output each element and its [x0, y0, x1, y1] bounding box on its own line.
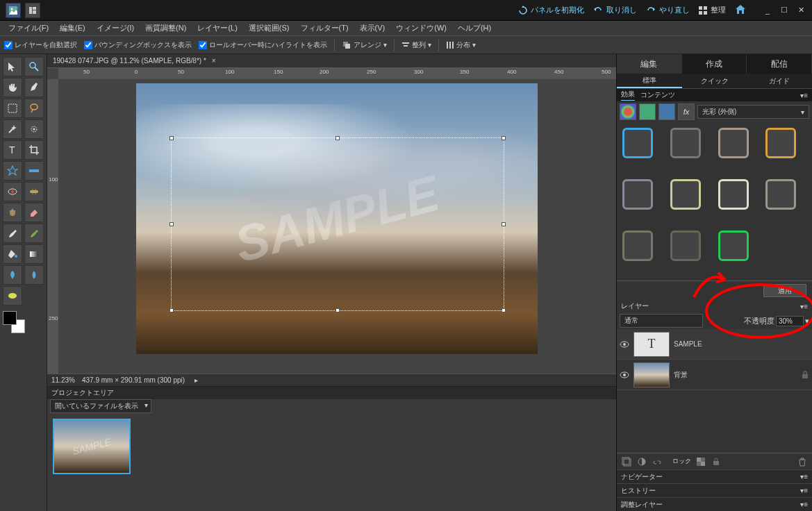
smart-brush-tool[interactable] [24, 224, 44, 243]
handle-top-right[interactable] [502, 136, 506, 140]
brush-tool[interactable] [3, 224, 22, 243]
effects-tab[interactable]: 効果 [621, 90, 635, 101]
type-tool[interactable]: T [3, 140, 22, 160]
cookie-cutter-tool[interactable] [3, 161, 22, 181]
paint-bucket-tool[interactable] [3, 244, 22, 264]
eyedropper-tool[interactable] [24, 78, 44, 97]
maximize-button[interactable]: ☐ [779, 5, 790, 16]
crop-tool[interactable] [24, 140, 44, 160]
lock-transparent-icon[interactable] [695, 456, 706, 467]
zoom-level[interactable]: 11.23% [51, 376, 75, 384]
transform-bounding-box[interactable] [171, 137, 504, 311]
fx-all-icon[interactable]: fx [678, 103, 695, 120]
handle-bot-left[interactable] [169, 308, 174, 312]
close-tab-icon[interactable]: × [212, 57, 216, 65]
document-tab[interactable]: 190428 0747.JPG @ 11.2% (SAMPLE, RGB/8*)… [47, 54, 616, 68]
menu-window[interactable]: ウィンドウ(W) [392, 22, 451, 35]
effect-swatch[interactable] [670, 128, 701, 158]
effect-swatch[interactable] [718, 128, 749, 158]
delete-layer-icon[interactable] [797, 456, 808, 467]
project-bin-thumbnail[interactable] [53, 419, 131, 474]
layer-name[interactable]: 背景 [674, 370, 688, 380]
show-bounding-box-checkbox[interactable]: バウンディングボックスを表示 [84, 40, 192, 50]
minimize-button[interactable]: _ [762, 5, 773, 16]
marquee-tool[interactable] [3, 99, 22, 118]
menu-select[interactable]: 選択範囲(S) [245, 22, 294, 35]
lasso-tool[interactable] [24, 99, 44, 118]
effect-swatch[interactable] [765, 179, 796, 210]
effect-swatch[interactable] [670, 179, 701, 210]
hand-tool[interactable] [3, 78, 22, 97]
effect-swatch[interactable] [622, 128, 653, 158]
home-icon[interactable] [734, 3, 747, 17]
undo-button[interactable]: 取り消し [593, 5, 637, 15]
fx-styles-icon[interactable] [639, 103, 656, 120]
new-layer-icon[interactable] [621, 456, 632, 467]
handle-bot-right[interactable] [502, 308, 506, 312]
blend-mode-dropdown[interactable]: 通常 [620, 314, 703, 328]
color-swatches[interactable] [3, 311, 28, 336]
foreground-color[interactable] [3, 311, 17, 325]
arrange-dropdown[interactable]: アレンジ ▾ [342, 40, 387, 50]
mode-create[interactable]: 作成 [682, 54, 747, 74]
redo-button[interactable]: やり直し [645, 5, 690, 15]
shape-tool[interactable] [3, 265, 22, 285]
menu-enhance[interactable]: 画質調整(N) [141, 22, 190, 35]
handle-top-left[interactable] [169, 136, 174, 140]
eraser-tool[interactable] [24, 203, 44, 222]
navigator-panel-collapsed[interactable]: ナビゲーター▾≡ [617, 469, 812, 483]
move-tool[interactable] [3, 57, 22, 76]
distribute-dropdown[interactable]: 分布 ▾ [446, 40, 476, 50]
fx-filters-icon[interactable] [620, 103, 636, 120]
magic-wand-tool[interactable] [3, 119, 22, 139]
handle-bot-mid[interactable] [335, 308, 340, 312]
reset-panels-button[interactable]: パネルを初期化 [518, 5, 584, 15]
layout-menu[interactable] [25, 3, 40, 18]
blur-tool[interactable] [24, 265, 44, 285]
submode-quick[interactable]: クイック [682, 74, 747, 88]
visibility-icon[interactable] [620, 340, 629, 349]
rollover-highlight-checkbox[interactable]: ロールオーバー時にハイライトを表示 [199, 40, 327, 50]
submode-guided[interactable]: ガイド [747, 74, 812, 88]
layer-thumbnail[interactable]: T [633, 332, 670, 357]
effect-swatch[interactable] [718, 231, 749, 261]
auto-select-layer-checkbox[interactable]: レイヤーを自動選択 [4, 40, 77, 50]
menu-image[interactable]: イメージ(I) [92, 22, 138, 35]
menu-edit[interactable]: 編集(E) [56, 22, 90, 35]
panel-menu-icon[interactable]: ▾≡ [800, 303, 808, 310]
document-image[interactable] [136, 83, 538, 354]
effect-swatch[interactable] [622, 179, 653, 210]
adjustment-layer-icon[interactable] [636, 456, 647, 467]
opacity-dropdown-icon[interactable]: ▾ [805, 317, 809, 326]
mode-edit[interactable]: 編集 [617, 54, 682, 74]
zoom-tool[interactable] [24, 57, 44, 76]
fx-category-dropdown[interactable]: 光彩 (外側)▾ [697, 105, 809, 119]
submode-standard[interactable]: 標準 [617, 74, 682, 88]
clone-stamp-tool[interactable] [3, 203, 22, 222]
fx-photo-icon[interactable] [658, 103, 675, 120]
align-dropdown[interactable]: 整列 ▾ [401, 40, 431, 50]
apply-button[interactable]: 適用 [763, 284, 806, 297]
visibility-icon[interactable] [620, 370, 629, 380]
effect-swatch[interactable] [718, 179, 749, 210]
lock-all-icon[interactable] [711, 456, 722, 467]
menu-filter[interactable]: フィルター(T) [297, 22, 353, 35]
canvas-viewport[interactable] [58, 79, 616, 374]
straighten-tool[interactable] [24, 161, 44, 181]
project-bin-filter[interactable]: 開いているファイルを表示 ▾ [50, 399, 151, 413]
healing-brush-tool[interactable] [24, 182, 44, 201]
quick-selection-tool[interactable] [24, 119, 44, 139]
mode-share[interactable]: 配信 [747, 54, 812, 74]
effect-swatch[interactable] [670, 231, 701, 261]
close-button[interactable]: ✕ [795, 5, 806, 16]
handle-mid-right[interactable] [502, 222, 506, 226]
layer-row[interactable]: 背景 [617, 360, 812, 390]
layer-thumbnail[interactable] [633, 362, 670, 387]
red-eye-tool[interactable] [3, 182, 22, 201]
sponge-tool[interactable] [3, 286, 22, 305]
handle-mid-left[interactable] [169, 222, 174, 226]
panel-menu-icon[interactable]: ▾≡ [800, 92, 808, 99]
layer-name[interactable]: SAMPLE [674, 340, 702, 348]
content-tab[interactable]: コンテンツ [640, 90, 675, 100]
menu-file[interactable]: ファイル(F) [4, 22, 53, 35]
